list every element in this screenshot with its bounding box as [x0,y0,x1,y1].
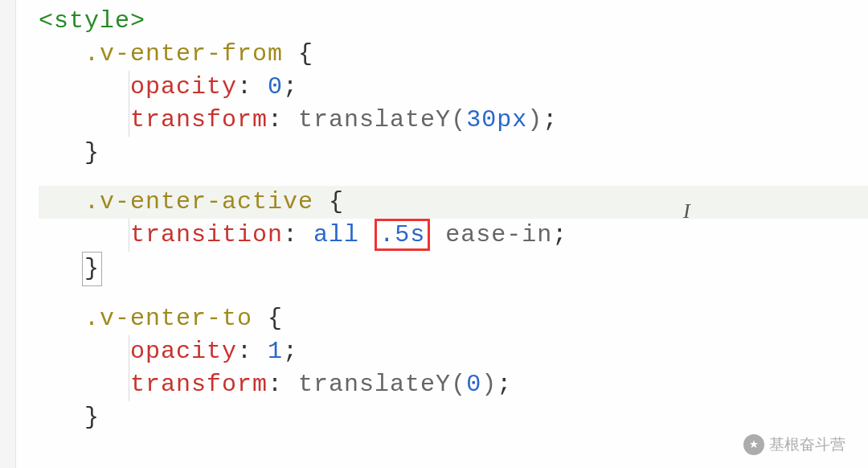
watermark-text: 基根奋斗营 [769,434,845,455]
code-line: } [39,401,868,434]
semicolon: ; [283,338,298,365]
open-brace: { [252,305,283,332]
code-line-active: .v-enter-active { [39,186,868,219]
tag-bracket: < [39,7,54,35]
css-value: all [313,221,359,248]
code-line: transform: translateY(30px); [39,104,868,137]
close-brace-matched: } [82,252,102,286]
code-line: } [39,137,868,170]
css-property: transition [130,221,283,248]
open-brace: { [283,40,313,68]
paren: ( [451,371,466,398]
code-line: opacity: 0; [39,71,868,104]
code-line: .v-enter-from { [39,38,868,71]
css-property: transform [130,371,268,398]
close-brace: } [84,139,100,166]
code-line: opacity: 1; [39,335,868,368]
semicolon: ; [542,106,558,133]
style-tag: style [54,7,130,35]
css-selector: .v-enter-active [84,188,313,216]
editor-gutter [0,0,16,468]
css-duration-value: .5s [379,221,425,248]
code-line [39,170,868,186]
code-line [39,286,868,302]
indent-guide [129,104,129,137]
colon: : [283,221,298,248]
paren: ( [451,106,466,133]
semicolon: ; [497,371,512,398]
css-function: translateY [298,371,451,398]
code-line: <style> [39,5,868,38]
css-property: opacity [130,338,237,365]
colon: : [268,371,283,398]
close-brace: } [84,404,100,431]
code-line: transform: translateY(0); [39,368,868,401]
code-editor-content: <style> .v-enter-from { opacity: 0; tran… [0,0,868,434]
semicolon: ; [283,73,298,101]
indent-guide [129,368,129,401]
indent-guide [129,335,129,368]
open-brace: { [313,188,344,216]
indent-guide [129,219,129,252]
paren: ) [527,106,542,133]
semicolon: ; [552,221,567,248]
tag-bracket: > [130,7,145,35]
highlight-box: .5s [375,219,430,251]
css-value: 0 [268,73,283,101]
css-value: 1 [268,338,283,365]
css-function: translateY [298,106,451,133]
css-selector: .v-enter-to [84,305,252,332]
watermark: 基根奋斗营 [743,434,845,455]
css-selector: .v-enter-from [84,40,283,68]
code-line: } [39,252,868,286]
watermark-logo-icon [743,434,764,455]
colon: : [237,73,252,101]
css-property: transform [130,106,268,133]
css-value: ease-in [445,221,552,248]
indent-guide [129,71,129,104]
code-line: .v-enter-to { [39,302,868,335]
text-cursor-icon: I [683,199,691,224]
paren: ) [481,371,497,398]
code-line: transition: all .5s ease-in; [39,219,868,252]
css-value: 30px [466,106,527,133]
colon: : [268,106,283,133]
css-property: opacity [130,73,237,101]
css-value: 0 [466,371,481,398]
colon: : [237,338,252,365]
